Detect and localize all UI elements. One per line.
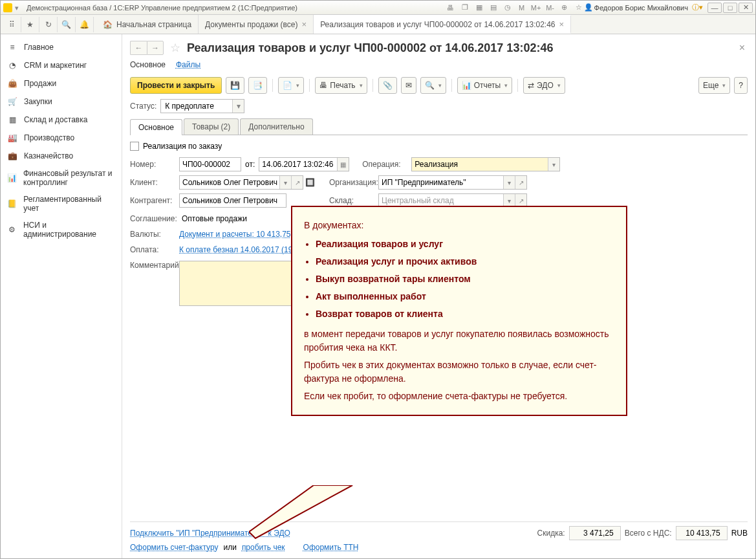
- calendar-icon[interactable]: ▤: [488, 3, 499, 13]
- open-icon[interactable]: ↗: [291, 176, 303, 189]
- window-maximize-button[interactable]: □: [723, 3, 737, 13]
- nav-tab-label: Реализация товаров и услуг ЧП00-000002 о…: [320, 20, 555, 29]
- document-close-button[interactable]: ×: [737, 39, 748, 56]
- nav-forward-button[interactable]: →: [147, 41, 164, 55]
- reports-button[interactable]: 📊Отчеты▾: [457, 77, 512, 94]
- notifications-button[interactable]: 🔔: [76, 17, 94, 32]
- sidebar-item-warehouse[interactable]: ▦Склад и доставка: [1, 111, 122, 129]
- chevron-down-icon[interactable]: ▾: [503, 176, 515, 189]
- grid-icon: ▦: [7, 115, 17, 125]
- help-button[interactable]: ?: [734, 77, 748, 94]
- close-icon[interactable]: ×: [302, 19, 307, 29]
- print-label: Печать: [330, 81, 355, 90]
- subtab-main[interactable]: Основное: [130, 60, 166, 71]
- sidebar-item-regulated[interactable]: 📒Регламентированный учет: [1, 191, 122, 217]
- app-menu-dropdown-icon[interactable]: ▾: [15, 4, 23, 12]
- currency-link[interactable]: Документ и расчеты: 10 413,75: [179, 230, 291, 239]
- form-tab-main[interactable]: Основное: [130, 119, 182, 135]
- annotation-bullet: Возврат товаров от клиента: [316, 307, 614, 321]
- more-button[interactable]: Еще▾: [698, 77, 730, 94]
- total-label: Всего с НДС:: [625, 529, 672, 538]
- edo-button[interactable]: ⇄ЭДО▾: [523, 77, 565, 94]
- form-tab-goods[interactable]: Товары (2): [184, 118, 239, 135]
- window-close-button[interactable]: ✕: [739, 3, 753, 13]
- pie-icon: ◔: [7, 60, 17, 71]
- org-field[interactable]: ИП "Предприниматель" ▾↗: [378, 175, 527, 190]
- status-select[interactable]: К предоплате ▾: [160, 99, 244, 113]
- client-field[interactable]: Сольников Олег Петрович ▾↗: [179, 175, 303, 190]
- bag-icon: 👜: [7, 78, 17, 89]
- favorites-button[interactable]: ★: [21, 17, 39, 32]
- sidebar-item-finance[interactable]: 📊Финансовый результат и контроллинг: [1, 165, 122, 191]
- annotation-bullet: Выкуп возвратной тары клиентом: [316, 272, 614, 286]
- cart-icon: 🛒: [7, 96, 17, 107]
- org-value: ИП "Предприниматель": [382, 178, 466, 187]
- apps-grid-button[interactable]: ⠿: [3, 17, 21, 32]
- save-icon: 💾: [230, 81, 240, 90]
- sidebar-item-label: Производство: [24, 133, 74, 142]
- subtab-files[interactable]: Файлы: [176, 60, 200, 71]
- from-label: от:: [245, 160, 255, 169]
- chevron-down-icon[interactable]: ▾: [279, 176, 291, 189]
- contragent-field[interactable]: Сольников Олег Петрович: [179, 193, 286, 208]
- sidebar-item-production[interactable]: 🏭Производство: [1, 129, 122, 147]
- print-icon[interactable]: 🖶: [446, 3, 456, 13]
- number-field[interactable]: ЧП00-000002: [179, 157, 241, 171]
- currency-code: RUB: [731, 529, 748, 538]
- nav-tab-realization[interactable]: Реализация товаров и услуг ЧП00-000002 о…: [314, 15, 571, 34]
- favorite-icon[interactable]: ☆: [574, 3, 584, 13]
- chevron-down-icon[interactable]: ▾: [503, 194, 515, 207]
- window-minimize-button[interactable]: —: [707, 3, 722, 13]
- post-and-close-button[interactable]: Провести и закрыть: [130, 77, 222, 94]
- total-value: 10 413,75: [676, 526, 728, 540]
- operation-field[interactable]: Реализация ▾: [411, 157, 560, 171]
- open-icon[interactable]: ↗: [515, 176, 526, 189]
- clock-icon[interactable]: ◷: [502, 3, 513, 13]
- inspect-button[interactable]: 🔍▾: [420, 77, 446, 94]
- sidebar-item-admin[interactable]: ⚙НСИ и администрирование: [1, 217, 122, 243]
- mail-button[interactable]: ✉: [401, 77, 416, 94]
- sidebar-item-crm[interactable]: ◔CRM и маркетинг: [1, 56, 122, 74]
- sidebar-item-sales[interactable]: 👜Продажи: [1, 74, 122, 93]
- nav-tab-home[interactable]: 🏠 Начальная страница: [96, 15, 199, 34]
- status-value: К предоплате: [165, 102, 214, 111]
- save-button[interactable]: 💾: [226, 77, 244, 94]
- annotation-p3: Если чек пробит, то оформление счета-фак…: [304, 389, 614, 403]
- chevron-down-icon[interactable]: ▾: [232, 100, 244, 113]
- open-icon[interactable]: ↗: [515, 194, 526, 207]
- post-button[interactable]: 📑: [248, 77, 267, 94]
- nav-tab-documents[interactable]: Документы продажи (все) ×: [199, 15, 314, 34]
- issue-invoice-link[interactable]: Оформить счет-фактуру: [130, 543, 218, 552]
- number-label: Номер:: [130, 160, 179, 169]
- zoom-mplus-icon[interactable]: M+: [531, 3, 541, 13]
- history-button[interactable]: ↻: [39, 17, 58, 32]
- attach-button[interactable]: 📎: [378, 77, 397, 94]
- calc-icon[interactable]: ▦: [474, 3, 484, 13]
- calendar-icon[interactable]: ▦: [337, 158, 349, 171]
- annotation-arrow-icon: [249, 485, 378, 550]
- by-order-checkbox[interactable]: [130, 142, 139, 151]
- create-based-button[interactable]: 📄▾: [278, 77, 304, 94]
- card-icon[interactable]: 🔲: [303, 178, 316, 187]
- book-icon: 📒: [7, 199, 17, 209]
- chevron-down-icon[interactable]: ▾: [548, 158, 559, 171]
- zoom-mminus-icon[interactable]: M-: [545, 3, 556, 13]
- nav-back-button[interactable]: ←: [130, 41, 147, 55]
- close-icon[interactable]: ×: [559, 19, 565, 29]
- form-tab-extra[interactable]: Дополнительно: [240, 118, 312, 135]
- date-field[interactable]: 14.06.2017 13:02:46 ▦: [259, 157, 349, 171]
- comment-label: Комментарий:: [130, 261, 179, 270]
- zoom-m-icon[interactable]: M: [517, 3, 527, 13]
- user-menu[interactable]: 👤 Федоров Борис Михайлович: [584, 3, 688, 12]
- favorite-toggle-icon[interactable]: ☆: [170, 41, 180, 55]
- print-button[interactable]: 🖶Печать▾: [315, 77, 367, 94]
- sidebar-item-purchases[interactable]: 🛒Закупки: [1, 93, 122, 111]
- sidebar-item-label: Финансовый результат и контроллинг: [23, 169, 115, 187]
- info-icon[interactable]: ⓘ▾: [692, 3, 702, 13]
- sidebar-item-main[interactable]: ≡Главное: [1, 38, 122, 56]
- sidebar-item-treasury[interactable]: 💼Казначейство: [1, 147, 122, 165]
- copy-icon[interactable]: ❐: [460, 3, 470, 13]
- payment-link[interactable]: К оплате безнал 14.06.2017 (19%: [179, 245, 299, 254]
- zoom-icon[interactable]: ⊕: [559, 3, 570, 13]
- search-button[interactable]: 🔍: [58, 17, 76, 32]
